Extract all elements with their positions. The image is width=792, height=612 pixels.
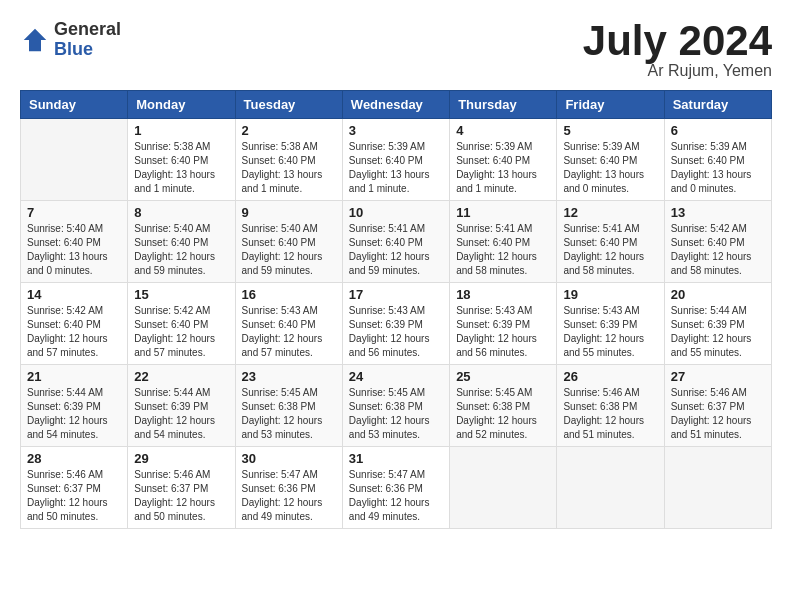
day-info: Sunrise: 5:39 AM Sunset: 6:40 PM Dayligh… xyxy=(563,140,657,196)
calendar-cell: 3Sunrise: 5:39 AM Sunset: 6:40 PM Daylig… xyxy=(342,119,449,201)
calendar-cell xyxy=(450,447,557,529)
calendar-cell xyxy=(557,447,664,529)
calendar-cell: 31Sunrise: 5:47 AM Sunset: 6:36 PM Dayli… xyxy=(342,447,449,529)
calendar-cell: 2Sunrise: 5:38 AM Sunset: 6:40 PM Daylig… xyxy=(235,119,342,201)
month-title: July 2024 xyxy=(583,20,772,62)
day-number: 13 xyxy=(671,205,765,220)
day-header-saturday: Saturday xyxy=(664,91,771,119)
day-info: Sunrise: 5:40 AM Sunset: 6:40 PM Dayligh… xyxy=(242,222,336,278)
calendar-cell: 24Sunrise: 5:45 AM Sunset: 6:38 PM Dayli… xyxy=(342,365,449,447)
day-header-friday: Friday xyxy=(557,91,664,119)
page-header: General Blue July 2024 Ar Rujum, Yemen xyxy=(20,20,772,80)
day-number: 28 xyxy=(27,451,121,466)
day-info: Sunrise: 5:38 AM Sunset: 6:40 PM Dayligh… xyxy=(134,140,228,196)
day-number: 23 xyxy=(242,369,336,384)
day-number: 24 xyxy=(349,369,443,384)
calendar-cell: 20Sunrise: 5:44 AM Sunset: 6:39 PM Dayli… xyxy=(664,283,771,365)
calendar-table: SundayMondayTuesdayWednesdayThursdayFrid… xyxy=(20,90,772,529)
calendar-cell: 8Sunrise: 5:40 AM Sunset: 6:40 PM Daylig… xyxy=(128,201,235,283)
day-number: 27 xyxy=(671,369,765,384)
calendar-cell xyxy=(664,447,771,529)
day-number: 22 xyxy=(134,369,228,384)
calendar-cell: 5Sunrise: 5:39 AM Sunset: 6:40 PM Daylig… xyxy=(557,119,664,201)
calendar-cell: 6Sunrise: 5:39 AM Sunset: 6:40 PM Daylig… xyxy=(664,119,771,201)
day-number: 21 xyxy=(27,369,121,384)
calendar-cell: 18Sunrise: 5:43 AM Sunset: 6:39 PM Dayli… xyxy=(450,283,557,365)
day-number: 11 xyxy=(456,205,550,220)
calendar-cell: 11Sunrise: 5:41 AM Sunset: 6:40 PM Dayli… xyxy=(450,201,557,283)
day-number: 29 xyxy=(134,451,228,466)
calendar-cell: 13Sunrise: 5:42 AM Sunset: 6:40 PM Dayli… xyxy=(664,201,771,283)
calendar-cell: 17Sunrise: 5:43 AM Sunset: 6:39 PM Dayli… xyxy=(342,283,449,365)
day-number: 10 xyxy=(349,205,443,220)
day-info: Sunrise: 5:45 AM Sunset: 6:38 PM Dayligh… xyxy=(242,386,336,442)
day-info: Sunrise: 5:42 AM Sunset: 6:40 PM Dayligh… xyxy=(27,304,121,360)
day-number: 4 xyxy=(456,123,550,138)
day-info: Sunrise: 5:45 AM Sunset: 6:38 PM Dayligh… xyxy=(349,386,443,442)
calendar-cell: 30Sunrise: 5:47 AM Sunset: 6:36 PM Dayli… xyxy=(235,447,342,529)
day-info: Sunrise: 5:44 AM Sunset: 6:39 PM Dayligh… xyxy=(27,386,121,442)
svg-marker-0 xyxy=(24,29,47,52)
day-info: Sunrise: 5:47 AM Sunset: 6:36 PM Dayligh… xyxy=(349,468,443,524)
day-info: Sunrise: 5:42 AM Sunset: 6:40 PM Dayligh… xyxy=(134,304,228,360)
day-info: Sunrise: 5:39 AM Sunset: 6:40 PM Dayligh… xyxy=(456,140,550,196)
day-info: Sunrise: 5:40 AM Sunset: 6:40 PM Dayligh… xyxy=(27,222,121,278)
day-number: 19 xyxy=(563,287,657,302)
logo: General Blue xyxy=(20,20,121,60)
logo-blue: Blue xyxy=(54,40,121,60)
title-area: July 2024 Ar Rujum, Yemen xyxy=(583,20,772,80)
day-number: 18 xyxy=(456,287,550,302)
calendar-cell: 16Sunrise: 5:43 AM Sunset: 6:40 PM Dayli… xyxy=(235,283,342,365)
day-number: 9 xyxy=(242,205,336,220)
day-info: Sunrise: 5:41 AM Sunset: 6:40 PM Dayligh… xyxy=(563,222,657,278)
calendar-cell: 29Sunrise: 5:46 AM Sunset: 6:37 PM Dayli… xyxy=(128,447,235,529)
calendar-cell: 27Sunrise: 5:46 AM Sunset: 6:37 PM Dayli… xyxy=(664,365,771,447)
calendar-cell: 14Sunrise: 5:42 AM Sunset: 6:40 PM Dayli… xyxy=(21,283,128,365)
day-number: 20 xyxy=(671,287,765,302)
logo-text: General Blue xyxy=(54,20,121,60)
day-info: Sunrise: 5:46 AM Sunset: 6:37 PM Dayligh… xyxy=(671,386,765,442)
day-info: Sunrise: 5:46 AM Sunset: 6:38 PM Dayligh… xyxy=(563,386,657,442)
logo-general: General xyxy=(54,20,121,40)
week-row-3: 14Sunrise: 5:42 AM Sunset: 6:40 PM Dayli… xyxy=(21,283,772,365)
calendar-cell: 25Sunrise: 5:45 AM Sunset: 6:38 PM Dayli… xyxy=(450,365,557,447)
week-row-2: 7Sunrise: 5:40 AM Sunset: 6:40 PM Daylig… xyxy=(21,201,772,283)
day-info: Sunrise: 5:43 AM Sunset: 6:39 PM Dayligh… xyxy=(563,304,657,360)
day-info: Sunrise: 5:45 AM Sunset: 6:38 PM Dayligh… xyxy=(456,386,550,442)
day-info: Sunrise: 5:42 AM Sunset: 6:40 PM Dayligh… xyxy=(671,222,765,278)
day-info: Sunrise: 5:41 AM Sunset: 6:40 PM Dayligh… xyxy=(456,222,550,278)
day-number: 8 xyxy=(134,205,228,220)
day-info: Sunrise: 5:44 AM Sunset: 6:39 PM Dayligh… xyxy=(671,304,765,360)
logo-icon xyxy=(20,25,50,55)
week-row-1: 1Sunrise: 5:38 AM Sunset: 6:40 PM Daylig… xyxy=(21,119,772,201)
days-header-row: SundayMondayTuesdayWednesdayThursdayFrid… xyxy=(21,91,772,119)
week-row-4: 21Sunrise: 5:44 AM Sunset: 6:39 PM Dayli… xyxy=(21,365,772,447)
calendar-header: SundayMondayTuesdayWednesdayThursdayFrid… xyxy=(21,91,772,119)
calendar-cell: 28Sunrise: 5:46 AM Sunset: 6:37 PM Dayli… xyxy=(21,447,128,529)
day-info: Sunrise: 5:46 AM Sunset: 6:37 PM Dayligh… xyxy=(27,468,121,524)
day-number: 31 xyxy=(349,451,443,466)
calendar-cell: 23Sunrise: 5:45 AM Sunset: 6:38 PM Dayli… xyxy=(235,365,342,447)
calendar-body: 1Sunrise: 5:38 AM Sunset: 6:40 PM Daylig… xyxy=(21,119,772,529)
day-number: 25 xyxy=(456,369,550,384)
calendar-cell: 26Sunrise: 5:46 AM Sunset: 6:38 PM Dayli… xyxy=(557,365,664,447)
calendar-cell: 21Sunrise: 5:44 AM Sunset: 6:39 PM Dayli… xyxy=(21,365,128,447)
day-info: Sunrise: 5:41 AM Sunset: 6:40 PM Dayligh… xyxy=(349,222,443,278)
day-number: 26 xyxy=(563,369,657,384)
day-info: Sunrise: 5:39 AM Sunset: 6:40 PM Dayligh… xyxy=(671,140,765,196)
day-header-thursday: Thursday xyxy=(450,91,557,119)
day-header-wednesday: Wednesday xyxy=(342,91,449,119)
day-number: 12 xyxy=(563,205,657,220)
day-number: 1 xyxy=(134,123,228,138)
calendar-cell: 4Sunrise: 5:39 AM Sunset: 6:40 PM Daylig… xyxy=(450,119,557,201)
week-row-5: 28Sunrise: 5:46 AM Sunset: 6:37 PM Dayli… xyxy=(21,447,772,529)
day-number: 14 xyxy=(27,287,121,302)
calendar-cell: 10Sunrise: 5:41 AM Sunset: 6:40 PM Dayli… xyxy=(342,201,449,283)
day-number: 3 xyxy=(349,123,443,138)
calendar-cell: 19Sunrise: 5:43 AM Sunset: 6:39 PM Dayli… xyxy=(557,283,664,365)
calendar-cell: 9Sunrise: 5:40 AM Sunset: 6:40 PM Daylig… xyxy=(235,201,342,283)
day-info: Sunrise: 5:38 AM Sunset: 6:40 PM Dayligh… xyxy=(242,140,336,196)
day-number: 15 xyxy=(134,287,228,302)
calendar-cell: 1Sunrise: 5:38 AM Sunset: 6:40 PM Daylig… xyxy=(128,119,235,201)
day-number: 16 xyxy=(242,287,336,302)
